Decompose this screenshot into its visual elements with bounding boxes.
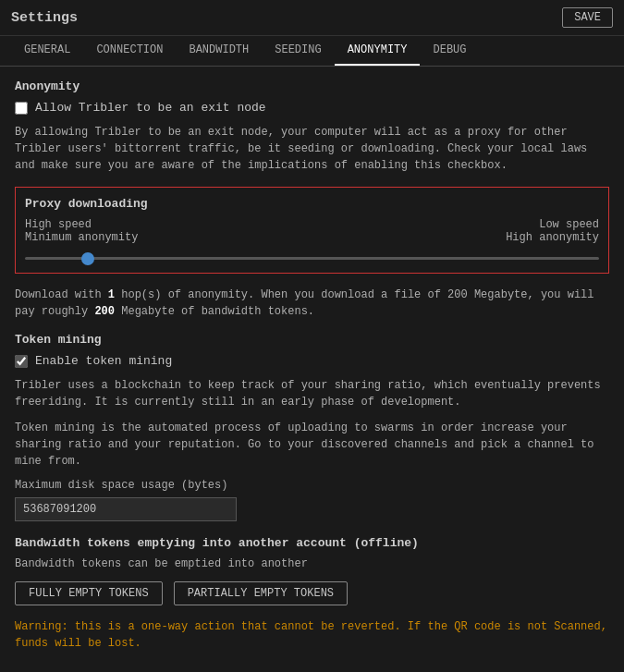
tab-bandwidth[interactable]: BANDWIDTH <box>176 36 262 66</box>
bandwidth-title: Bandwidth tokens emptying into another a… <box>15 536 609 550</box>
left-labels: High speed Minimum anonymity <box>25 218 138 244</box>
fully-empty-button[interactable]: FULLY EMPTY TOKENS <box>15 581 163 605</box>
exit-node-description: By allowing Tribler to be an exit node, … <box>15 124 609 174</box>
tab-general[interactable]: GENERAL <box>11 36 83 66</box>
proxy-title: Proxy downloading <box>25 197 599 211</box>
anonymity-section-title: Anonymity <box>15 79 609 93</box>
hop-bandwidth: 200 <box>94 305 115 318</box>
slider-labels: High speed Minimum anonymity Low speed H… <box>25 218 599 244</box>
tab-connection[interactable]: CONNECTION <box>83 36 176 66</box>
disk-space-label: Maximum disk space usage (bytes) <box>15 479 609 492</box>
main-content: Anonymity Allow Tribler to be an exit no… <box>0 67 624 665</box>
token-button-row: FULLY EMPTY TOKENS PARTIALLY EMPTY TOKEN… <box>15 581 609 605</box>
save-button[interactable]: SAVE <box>562 7 613 28</box>
high-speed-label: High speed <box>25 218 138 231</box>
exit-node-checkbox[interactable] <box>15 102 28 115</box>
hop-count: 1 <box>108 288 115 301</box>
exit-node-row: Allow Tribler to be an exit node <box>15 101 609 115</box>
token-description-2: Token mining is the automated process of… <box>15 420 609 470</box>
proxy-slider[interactable] <box>25 257 599 260</box>
exit-node-label: Allow Tribler to be an exit node <box>35 101 266 115</box>
disk-space-input[interactable]: 53687091200 <box>15 497 237 521</box>
header: Settings SAVE <box>0 0 624 36</box>
proxy-section: Proxy downloading High speed Minimum ano… <box>15 187 609 274</box>
hop-end: Megabyte of bandwidth tokens. <box>115 305 314 318</box>
token-mining-row: Enable token mining <box>15 354 609 368</box>
page-title: Settings <box>11 10 78 26</box>
low-speed-label: Low speed <box>506 218 599 231</box>
token-description-1: Tribler uses a blockchain to keep track … <box>15 377 609 410</box>
token-section-title: Token mining <box>15 333 609 347</box>
hop-prefix: Download with <box>15 288 108 301</box>
tabs-bar: GENERAL CONNECTION BANDWIDTH SEEDING ANO… <box>0 36 624 67</box>
high-anonymity-label: High anonymity <box>506 231 599 244</box>
warning-text: Warning: this is a one-way action that c… <box>15 618 609 652</box>
tab-debug[interactable]: DEBUG <box>420 36 479 66</box>
partially-empty-button[interactable]: PARTIALLY EMPTY TOKENS <box>174 581 348 605</box>
token-mining-label: Enable token mining <box>35 354 172 368</box>
tab-anonymity[interactable]: ANONYMITY <box>335 36 421 66</box>
token-mining-checkbox[interactable] <box>15 355 28 368</box>
hop-description: Download with 1 hop(s) of anonymity. Whe… <box>15 287 609 320</box>
tab-seeding[interactable]: SEEDING <box>262 36 334 66</box>
proxy-slider-container <box>25 250 599 263</box>
min-anonymity-label: Minimum anonymity <box>25 231 138 244</box>
bandwidth-description: Bandwidth tokens can be emptied into ano… <box>15 557 609 570</box>
right-labels: Low speed High anonymity <box>506 218 599 244</box>
